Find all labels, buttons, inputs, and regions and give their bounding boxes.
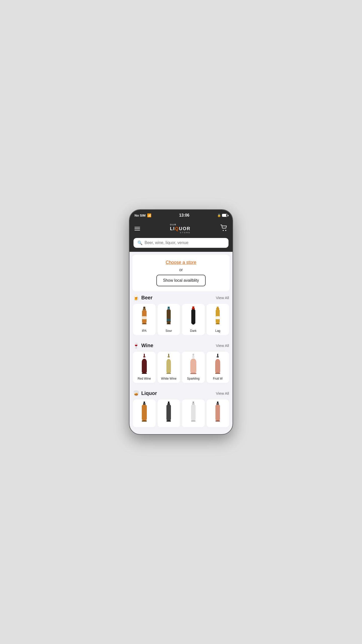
fruit-wine-label: Fruit W xyxy=(213,377,223,380)
liquor-section: 🥃 Liquor View All xyxy=(129,387,233,427)
lager-label: Lag xyxy=(215,329,220,333)
wine-icon: 🍷 xyxy=(133,343,139,349)
beer-item-sour[interactable]: Sour xyxy=(158,304,180,335)
clock: 13:06 xyxy=(179,213,190,218)
app-header: OUR LIQUOR STORE xyxy=(129,221,233,238)
wine-section-header: 🍷 Wine View All xyxy=(133,343,229,349)
beer-item-ipa[interactable]: IPA xyxy=(133,304,156,335)
svg-rect-44 xyxy=(142,420,147,422)
svg-rect-47 xyxy=(166,405,171,420)
svg-point-0 xyxy=(223,230,224,231)
dark-bottle-img xyxy=(187,307,200,327)
svg-rect-24 xyxy=(142,362,147,373)
cart-button[interactable] xyxy=(220,225,228,233)
search-icon: 🔍 xyxy=(138,240,143,245)
beer-item-dark[interactable]: Dark xyxy=(182,304,205,335)
or-text: or xyxy=(138,268,224,272)
svg-rect-5 xyxy=(142,316,147,319)
svg-rect-12 xyxy=(192,306,194,308)
wine-view-all[interactable]: View All xyxy=(216,343,229,348)
svg-rect-54 xyxy=(216,403,219,405)
wine-item-red[interactable]: Red Wine xyxy=(133,352,156,383)
liquor-title: 🥃 Liquor xyxy=(133,390,157,396)
logo-text: OUR LIQUOR STORE xyxy=(170,223,191,234)
vodka-bottle-img xyxy=(162,403,175,423)
svg-rect-49 xyxy=(193,401,194,403)
svg-rect-55 xyxy=(215,405,220,420)
svg-rect-26 xyxy=(168,354,169,356)
svg-rect-36 xyxy=(217,354,218,356)
liquor-item-3[interactable] xyxy=(182,399,205,427)
svg-rect-43 xyxy=(142,405,147,420)
svg-rect-19 xyxy=(216,316,220,319)
liquor-view-all[interactable]: View All xyxy=(216,391,229,395)
status-right: 🔒 xyxy=(217,214,228,217)
status-bar: No SIM 📶 13:06 🔒 xyxy=(129,210,233,221)
liquor-label: Liquor xyxy=(141,390,157,396)
svg-rect-34 xyxy=(190,362,196,373)
logo-liquor: LIQUOR xyxy=(170,226,191,232)
svg-rect-7 xyxy=(168,307,170,308)
status-left: No SIM 📶 xyxy=(134,213,151,217)
store-selector: Choose a store or Show local availblity xyxy=(132,255,230,291)
svg-rect-30 xyxy=(166,373,171,374)
wine-item-sparkling[interactable]: Sparkling xyxy=(182,352,205,383)
battery-icon xyxy=(222,214,228,217)
svg-rect-31 xyxy=(193,354,194,356)
menu-button[interactable] xyxy=(134,227,140,230)
beer-items-row: IPA Sour xyxy=(133,304,229,335)
lager-bottle-img xyxy=(211,307,224,327)
ipa-bottle-img xyxy=(138,307,151,327)
scroll-content[interactable]: OUR LIQUOR STORE 🔍 Choose a s xyxy=(129,221,233,434)
svg-rect-25 xyxy=(142,373,147,374)
carrier-text: No SIM xyxy=(134,214,146,217)
svg-rect-11 xyxy=(167,323,171,324)
svg-rect-8 xyxy=(167,308,170,309)
search-bar: 🔍 xyxy=(133,238,229,248)
wine-item-white[interactable]: White Wine xyxy=(158,352,180,383)
sour-label: Sour xyxy=(166,329,172,333)
svg-rect-42 xyxy=(143,403,146,405)
wine-section: 🍷 Wine View All xyxy=(129,339,233,383)
red-wine-label: Red Wine xyxy=(138,377,151,380)
svg-rect-46 xyxy=(167,403,170,405)
beer-icon: 🍺 xyxy=(133,295,139,301)
svg-rect-40 xyxy=(215,373,220,374)
svg-point-1 xyxy=(225,230,226,231)
svg-rect-13 xyxy=(192,308,195,309)
red-wine-bottle-img xyxy=(138,355,151,375)
svg-rect-22 xyxy=(143,356,145,357)
ipa-label: IPA xyxy=(142,329,147,333)
sparkling-label: Sparkling xyxy=(187,377,200,380)
liquor-item-4[interactable] xyxy=(207,399,229,427)
beer-section: 🍺 Beer View All xyxy=(129,291,233,335)
beer-item-lager[interactable]: Lag xyxy=(207,304,229,335)
beer-view-all[interactable]: View All xyxy=(216,296,229,300)
search-input[interactable] xyxy=(145,240,224,245)
liquor-item-1[interactable] xyxy=(133,399,156,427)
logo-store: STORE xyxy=(170,231,191,234)
svg-rect-15 xyxy=(192,323,194,325)
white-wine-bottle-img xyxy=(162,355,175,375)
sour-bottle-img xyxy=(162,307,175,327)
svg-rect-48 xyxy=(166,420,171,422)
phone-frame: No SIM 📶 13:06 🔒 OUR LIQUOR STORE xyxy=(129,209,233,435)
choose-store-link[interactable]: Choose a store xyxy=(138,260,224,265)
svg-rect-27 xyxy=(168,356,170,357)
svg-rect-20 xyxy=(216,323,220,324)
svg-rect-2 xyxy=(143,307,145,309)
wine-label: Wine xyxy=(141,343,153,348)
wine-item-fruit[interactable]: Fruit W xyxy=(207,352,229,383)
availability-button[interactable]: Show local availblity xyxy=(156,275,205,286)
svg-rect-52 xyxy=(191,420,196,422)
svg-rect-51 xyxy=(191,405,196,420)
svg-rect-6 xyxy=(142,323,147,324)
svg-rect-45 xyxy=(168,401,169,403)
wine-items-row: Red Wine White Wine xyxy=(133,352,229,383)
sparkling-bottle-img xyxy=(187,355,200,375)
liquor-items-row xyxy=(133,399,229,427)
liquor-item-2[interactable] xyxy=(158,399,180,427)
white-wine-label: White Wine xyxy=(161,377,176,380)
wine-title: 🍷 Wine xyxy=(133,343,153,349)
fruit-wine-bottle-img xyxy=(211,355,224,375)
